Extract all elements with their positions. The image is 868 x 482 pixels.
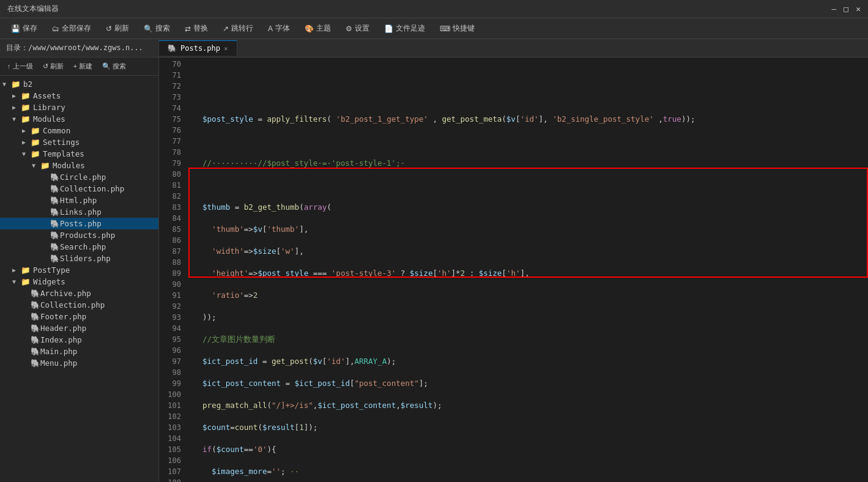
search-label: Search.php xyxy=(60,242,106,251)
sidebar-tree: ▼ 📁 b2 ▶ 📁 Assets ▶ 📁 Library ▼ 📁 Module… xyxy=(0,76,158,482)
new-button[interactable]: + 新建 xyxy=(70,60,96,73)
search-button[interactable]: 🔍 搜索 xyxy=(138,21,176,36)
sidebar-item-common[interactable]: ▶ 📁 Common xyxy=(0,125,158,136)
sidebar-item-widgets-collection[interactable]: ▶ 🐘 Collection.php xyxy=(0,299,158,311)
header-file-icon: 🐘 xyxy=(31,324,40,333)
posttype-folder-icon: 📁 xyxy=(21,265,31,275)
minimize-button[interactable]: — xyxy=(832,4,837,13)
save-button[interactable]: 💾 保存 xyxy=(5,21,43,36)
modules-l1-label: Modules xyxy=(33,114,65,124)
sidebar-item-posts[interactable]: ▶ 🐘 Posts.php xyxy=(0,218,158,229)
sidebar-item-main[interactable]: ▶ 🐘 Main.php xyxy=(0,346,158,357)
tab-bar: 🐘 Posts.php × xyxy=(159,39,868,57)
line-76: 'width'=>$size['w'], xyxy=(191,246,868,257)
sidebar-item-modules-l1[interactable]: ▼ 📁 Modules xyxy=(0,113,158,125)
w-collection-file-icon: 🐘 xyxy=(31,300,40,310)
sidebar-item-library[interactable]: ▶ 📁 Library xyxy=(0,102,158,113)
sidebar-item-templates[interactable]: ▼ 📁 Templates xyxy=(0,148,158,160)
sidebar-item-sliders[interactable]: ▶ 🐘 Sliders.php xyxy=(0,253,158,264)
posttype-label: PostType xyxy=(33,265,70,275)
sidebar-item-menu[interactable]: ▶ 🐘 Menu.php xyxy=(0,357,158,369)
line-86: $images_more=''; ·· xyxy=(191,466,868,477)
line-74: $thumb = b2_get_thumb(array( xyxy=(191,202,868,213)
sidebar-item-assets[interactable]: ▶ 📁 Assets xyxy=(0,90,158,102)
code-content[interactable]: $post_style = apply_filters( 'b2_post_1_… xyxy=(188,57,868,482)
modules-l3-arrow: ▼ xyxy=(32,162,40,169)
modules-l1-folder-icon: 📁 xyxy=(21,114,31,124)
footer-label: Footer.php xyxy=(40,312,86,321)
main-layout: 目录：/www/wwwroot/www.zgws.n... ↑ 上一级 ↺ 刷新… xyxy=(0,39,868,482)
library-label: Library xyxy=(33,103,65,112)
index-label: Index.php xyxy=(40,335,82,344)
save-all-button[interactable]: 🗂 全部保存 xyxy=(46,21,97,36)
root-folder-icon: 📁 xyxy=(11,80,21,89)
sidebar-item-collection[interactable]: ▶ 🐘 Collection.php xyxy=(0,183,158,195)
sidebar-item-index[interactable]: ▶ 🐘 Index.php xyxy=(0,334,158,346)
close-button[interactable]: ✕ xyxy=(856,4,861,13)
main-file-icon: 🐘 xyxy=(31,347,40,356)
theme-button[interactable]: 🎨 主题 xyxy=(299,21,337,36)
settings-label: Settings xyxy=(43,138,80,147)
refresh-button[interactable]: ↺ 刷新 xyxy=(100,21,135,36)
line-75: 'thumb'=>$v['thumb'], xyxy=(191,224,868,235)
products-file-icon: 🐘 xyxy=(50,231,60,240)
tab-posts-php[interactable]: 🐘 Posts.php × xyxy=(159,40,237,56)
sidebar-item-modules-l3[interactable]: ▼ 📁 Modules xyxy=(0,160,158,171)
code-editor[interactable]: 70 71 72 73 74 75 76 77 78 79 80 81 82 8… xyxy=(159,57,868,482)
header-label: Header.php xyxy=(40,324,86,333)
line-70: $post_style = apply_filters( 'b2_post_1_… xyxy=(191,114,868,125)
shortcuts-button[interactable]: ⌨ 快捷键 xyxy=(434,21,481,36)
sidebar-search-button[interactable]: 🔍 搜索 xyxy=(98,60,130,73)
breadcrumb-button[interactable]: 📄 文件足迹 xyxy=(378,21,431,36)
sidebar-item-archive[interactable]: ▶ 🐘 Archive.php xyxy=(0,287,158,299)
app-title: 在线文本编辑器 xyxy=(7,4,59,14)
tab-close-button[interactable]: × xyxy=(224,45,228,53)
sidebar-item-html[interactable]: ▶ 🐘 Html.php xyxy=(0,195,158,206)
save-icon: 💾 xyxy=(11,24,20,33)
replace-button[interactable]: ⇄ 替换 xyxy=(179,21,214,36)
links-file-icon: 🐘 xyxy=(50,207,60,217)
tab-label: Posts.php xyxy=(180,44,220,53)
sidebar-item-products[interactable]: ▶ 🐘 Products.php xyxy=(0,229,158,241)
sidebar-item-posttype[interactable]: ▶ 📁 PostType xyxy=(0,264,158,276)
search-icon: 🔍 xyxy=(144,24,153,33)
sidebar-item-widgets[interactable]: ▼ 📁 Widgets xyxy=(0,276,158,287)
sidebar-item-footer[interactable]: ▶ 🐘 Footer.php xyxy=(0,311,158,322)
common-folder-icon: 📁 xyxy=(31,126,40,135)
sidebar-item-links[interactable]: ▶ 🐘 Links.php xyxy=(0,206,158,218)
line-77: 'height'=>$post_style === 'post-style-3'… xyxy=(191,268,868,279)
tree-root-b2[interactable]: ▼ 📁 b2 xyxy=(0,78,158,90)
circle-file-icon: 🐘 xyxy=(50,172,60,182)
line-72: //··········//$post_style·=·'post-style-… xyxy=(191,158,868,169)
search-file-icon: 🐘 xyxy=(50,242,60,251)
up-button[interactable]: ↑ 上一级 xyxy=(4,60,37,73)
line-79: )); xyxy=(191,312,868,323)
library-arrow: ▶ xyxy=(12,104,21,111)
circle-label: Circle.php xyxy=(60,172,106,182)
templates-folder-icon: 📁 xyxy=(31,149,40,158)
sidebar-item-settings[interactable]: ▶ 📁 Settings xyxy=(0,136,158,148)
sliders-label: Sliders.php xyxy=(60,254,111,263)
font-button[interactable]: A 字体 xyxy=(262,21,296,36)
settings-arrow: ▶ xyxy=(22,139,31,146)
goto-icon: ↗ xyxy=(223,24,229,33)
sidebar: 目录：/www/wwwroot/www.zgws.n... ↑ 上一级 ↺ 刷新… xyxy=(0,39,159,482)
sidebar-refresh-button[interactable]: ↺ 刷新 xyxy=(39,60,67,73)
footer-file-icon: 🐘 xyxy=(31,312,40,321)
toolbar: 💾 保存 🗂 全部保存 ↺ 刷新 🔍 搜索 ⇄ 替换 ↗ 跳转行 A 字体 🎨 … xyxy=(0,18,868,39)
breadcrumb-icon: 📄 xyxy=(384,24,393,33)
templates-label: Templates xyxy=(43,149,84,158)
posts-label: Posts.php xyxy=(60,219,102,228)
goto-button[interactable]: ↗ 跳转行 xyxy=(217,21,259,36)
sidebar-item-header[interactable]: ▶ 🐘 Header.php xyxy=(0,322,158,334)
collection-file-icon: 🐘 xyxy=(50,184,60,193)
sidebar-item-search[interactable]: ▶ 🐘 Search.php xyxy=(0,241,158,253)
sidebar-actions: ↑ 上一级 ↺ 刷新 + 新建 🔍 搜索 xyxy=(0,57,158,76)
settings-button[interactable]: ⚙ 设置 xyxy=(339,21,376,36)
html-label: Html.php xyxy=(60,196,97,205)
w-collection-label: Collection.php xyxy=(40,300,105,310)
modules-l3-label: Modules xyxy=(53,161,85,170)
maximize-button[interactable]: □ xyxy=(844,4,848,13)
line-83: preg_match_all("/]+>/is",$ict_post_conte… xyxy=(191,400,868,411)
sidebar-item-circle[interactable]: ▶ 🐘 Circle.php xyxy=(0,171,158,183)
